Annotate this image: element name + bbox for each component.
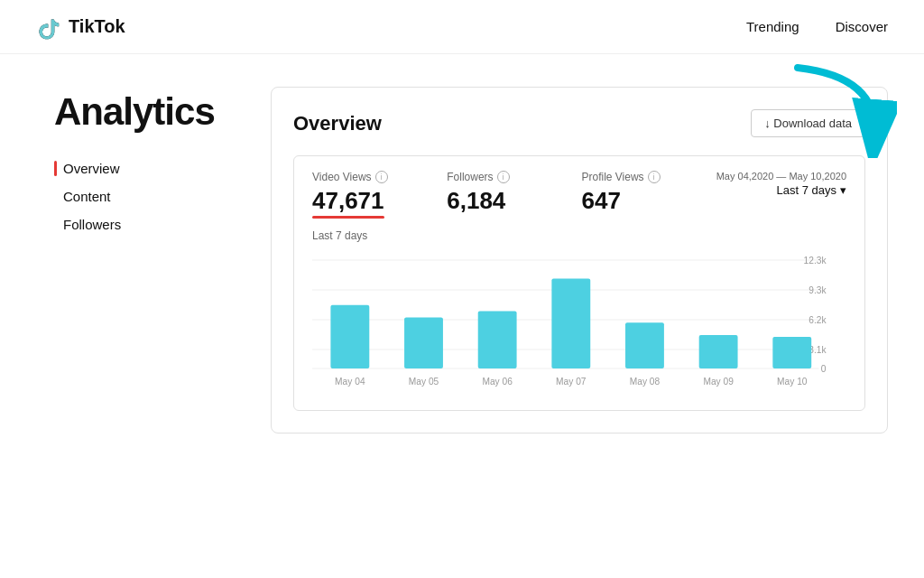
sidebar-nav: Overview Content Followers [54, 161, 235, 232]
stat-followers-value: 6,184 [447, 187, 505, 215]
main-nav: Trending Discover [746, 19, 888, 34]
svg-text:May 04: May 04 [335, 377, 365, 387]
info-icon-profile-views[interactable]: i [648, 171, 661, 183]
svg-text:12.3k: 12.3k [804, 256, 827, 266]
header: TikTok Trending Discover [0, 0, 924, 54]
svg-text:May 07: May 07 [556, 377, 587, 387]
nav-trending[interactable]: Trending [746, 19, 799, 34]
chart-label: Last 7 days [312, 229, 846, 242]
sidebar-item-content[interactable]: Content [54, 189, 235, 204]
content-area: Overview ↓ Download data Video Views i 4… [271, 54, 924, 578]
date-range-selector: May 04,2020 — May 10,2020 Last 7 days ▾ [716, 171, 846, 197]
overview-title: Overview [293, 112, 382, 135]
svg-text:May 06: May 06 [482, 377, 513, 387]
date-range-label[interactable]: Last 7 days ▾ [716, 183, 846, 197]
svg-rect-21 [699, 335, 738, 368]
download-button[interactable]: ↓ Download data [751, 109, 865, 137]
info-icon-video-views[interactable]: i [375, 171, 388, 183]
stats-card: Video Views i 47,671 Followers i 6,184 [293, 155, 865, 411]
bar-chart: 12.3k 9.3k 6.2k 3.1k 0 May 04May 05May 0… [312, 251, 846, 396]
chevron-down-icon: ▾ [840, 183, 846, 197]
analytics-card: Overview ↓ Download data Video Views i 4… [271, 87, 888, 434]
stat-followers-label: Followers i [447, 171, 563, 183]
stat-profile-views: Profile Views i 647 [581, 171, 716, 215]
svg-text:9.3k: 9.3k [808, 285, 827, 295]
stat-video-views-value: 47,671 [312, 187, 384, 215]
svg-rect-11 [330, 305, 369, 368]
svg-text:May 09: May 09 [703, 377, 734, 387]
stats-row: Video Views i 47,671 Followers i 6,184 [312, 171, 846, 215]
svg-rect-15 [478, 312, 517, 368]
svg-rect-17 [551, 278, 590, 368]
logo-text: TikTok [69, 16, 125, 37]
svg-rect-23 [772, 337, 811, 368]
sidebar-item-followers[interactable]: Followers [54, 217, 235, 232]
sidebar: Analytics Overview Content Followers [0, 54, 271, 578]
svg-text:May 08: May 08 [630, 377, 661, 387]
tiktok-logo-icon [36, 14, 61, 40]
card-header: Overview ↓ Download data [293, 109, 865, 137]
stat-video-views: Video Views i 47,671 [312, 171, 447, 215]
main-layout: Analytics Overview Content Followers [0, 54, 924, 578]
stat-profile-views-label: Profile Views i [581, 171, 698, 183]
svg-text:0: 0 [821, 364, 827, 374]
date-range-text: May 04,2020 — May 10,2020 [716, 171, 846, 182]
info-icon-followers[interactable]: i [497, 171, 510, 183]
stat-video-views-label: Video Views i [312, 171, 429, 183]
svg-text:May 05: May 05 [409, 377, 439, 387]
svg-text:3.1k: 3.1k [808, 345, 827, 355]
chart-container: 12.3k 9.3k 6.2k 3.1k 0 May 04May 05May 0… [312, 251, 846, 396]
nav-discover[interactable]: Discover [836, 19, 888, 34]
sidebar-item-overview[interactable]: Overview [54, 161, 235, 176]
svg-text:6.2k: 6.2k [808, 315, 827, 325]
svg-rect-13 [404, 317, 443, 368]
stat-profile-views-value: 647 [581, 187, 620, 215]
stat-followers: Followers i 6,184 [447, 171, 581, 215]
logo: TikTok [36, 14, 125, 40]
svg-text:May 10: May 10 [777, 377, 808, 387]
page-title: Analytics [54, 90, 235, 134]
svg-rect-19 [625, 322, 664, 368]
